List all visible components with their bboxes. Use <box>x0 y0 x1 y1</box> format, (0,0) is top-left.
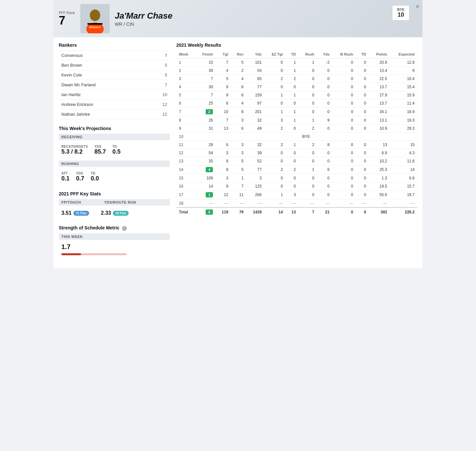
proj-stat: TD0.0 <box>91 172 99 182</box>
table-cell: 0 <box>285 157 298 165</box>
fp-touch-value: 3.51 #1 Flex <box>61 210 89 216</box>
table-cell: 6.9 <box>369 149 389 157</box>
proj-stat-label: ATT <box>61 172 70 175</box>
table-cell: 0 <box>356 165 369 174</box>
table-cell: 1 <box>285 67 298 75</box>
table-cell: 39 <box>195 67 216 75</box>
table-cell: 0 <box>298 191 317 199</box>
table-cell: 3 <box>231 149 246 157</box>
table-cell: 19.3 <box>390 116 417 125</box>
table-cell: 12.8 <box>390 58 417 67</box>
table-cell: 0 <box>356 182 369 191</box>
proj-stat-value: 85.7 <box>94 148 106 155</box>
table-cell: 13.7 <box>369 99 389 108</box>
table-cell: 3 <box>264 116 285 125</box>
table-cell: 0 <box>356 91 369 99</box>
table-cell: 1 <box>285 108 298 116</box>
table-row: 16149712500000019.515.7 <box>176 182 417 191</box>
projections-title: This Week's Projections <box>59 126 170 131</box>
ranker-name: Consensus <box>59 51 148 60</box>
table-cell: 201 <box>246 108 264 116</box>
table-cell: 0 <box>356 75 369 83</box>
table-cell: 0 <box>332 191 356 199</box>
weekly-results-title: 2021 Weekly Results <box>176 42 417 48</box>
table-cell: 1 <box>298 116 317 125</box>
table-header: Yds <box>317 50 332 58</box>
table-row: 144857722160025.314 <box>176 165 417 174</box>
table-cell: 1 <box>176 58 195 67</box>
table-cell: 6 <box>390 67 417 75</box>
proj-stat: TD0.5 <box>112 145 120 155</box>
table-cell: 5 <box>195 208 216 216</box>
table-row: Total5119791429141372100302226.2 <box>176 208 417 216</box>
table-row: 7210820111000034.118.9 <box>176 108 417 116</box>
receiving-stats: RECS/TARGETS5.3 / 8.2YDS85.7TD0.5 <box>59 142 170 158</box>
table-cell: — <box>246 199 264 208</box>
table-cell: 1 <box>285 91 298 99</box>
table-header: Points <box>369 50 389 58</box>
table-cell: 10 <box>176 133 195 141</box>
table-cell: 0 <box>298 108 317 116</box>
ranker-row: Kevin Cole5 <box>59 70 170 80</box>
table-cell: 5 <box>215 75 231 83</box>
table-cell: 14 <box>176 165 195 174</box>
player-header: PFF Rank 7 BENGALS Ja'Marr Chase WR / CI… <box>54 0 422 37</box>
table-cell: 0 <box>332 149 356 157</box>
table-cell: 9 <box>215 91 231 99</box>
table-cell: 0 <box>356 58 369 67</box>
table-cell: 27.9 <box>369 91 389 99</box>
table-cell: 7 <box>215 58 231 67</box>
proj-stat-label: RECS/TARGETS <box>61 145 88 148</box>
table-cell: 3 <box>285 191 298 199</box>
table-cell: 0 <box>317 149 332 157</box>
table-cell: 0 <box>298 99 317 108</box>
table-header: EZ Tgt <box>264 50 285 58</box>
table-cell: 2 <box>298 125 317 133</box>
rankers-table: Consensus7Ben Brown5Kevin Cole5Dwain Mc … <box>59 50 170 119</box>
table-cell: 8 <box>317 141 332 149</box>
proj-stat-value: 0.5 <box>112 148 120 155</box>
table-cell: 9 <box>317 116 332 125</box>
table-cell: 0 <box>332 108 356 116</box>
dash: — <box>224 201 228 206</box>
table-cell: 14 <box>264 208 285 216</box>
table-cell: 125 <box>246 182 264 191</box>
table-cell: 16 <box>176 182 195 191</box>
table-cell: 34.1 <box>369 108 389 116</box>
proj-stat-label: TD <box>91 172 99 175</box>
table-cell: 13.4 <box>369 67 389 75</box>
table-cell: 8 <box>231 108 246 116</box>
table-cell: 0 <box>298 91 317 99</box>
ranker-rank: 12 <box>148 109 170 119</box>
sos-bar-bg <box>61 253 127 255</box>
table-header: Expected <box>390 50 417 58</box>
table-cell: — <box>317 199 332 208</box>
table-cell: 0 <box>332 174 356 182</box>
table-cell: -2 <box>317 58 332 67</box>
table-cell: 1.3 <box>369 174 389 182</box>
table-cell: 0 <box>356 125 369 133</box>
table-cell: 1 <box>264 91 285 99</box>
table-cell: 6 <box>231 91 246 99</box>
pff-rank-value: 7 <box>59 15 75 26</box>
table-cell: 4 <box>231 99 246 108</box>
table-cell: 101 <box>246 58 264 67</box>
player-avatar: BENGALS <box>80 4 110 33</box>
fp-touch-stat: 3.51 #1 Flex <box>61 210 89 216</box>
projections-section: This Week's Projections RECEIVING RECS/T… <box>59 126 170 185</box>
table-cell: 0 <box>332 58 356 67</box>
table-cell: 2 <box>264 125 285 133</box>
table-cell: 54 <box>246 67 264 75</box>
table-cell: 0 <box>317 157 332 165</box>
table-cell: — <box>285 199 298 208</box>
player-info: Ja'Marr Chase WR / CIN <box>115 11 417 27</box>
ranker-rank: 5 <box>148 70 170 80</box>
ranker-name: Ben Brown <box>59 60 148 70</box>
close-button[interactable]: × <box>416 3 419 10</box>
table-cell: Total <box>176 208 195 216</box>
table-cell: 18 <box>176 199 195 208</box>
table-cell: 11.4 <box>390 99 417 108</box>
table-cell: 79 <box>231 208 246 216</box>
table-cell: 0 <box>285 174 298 182</box>
table-cell: 0 <box>332 91 356 99</box>
